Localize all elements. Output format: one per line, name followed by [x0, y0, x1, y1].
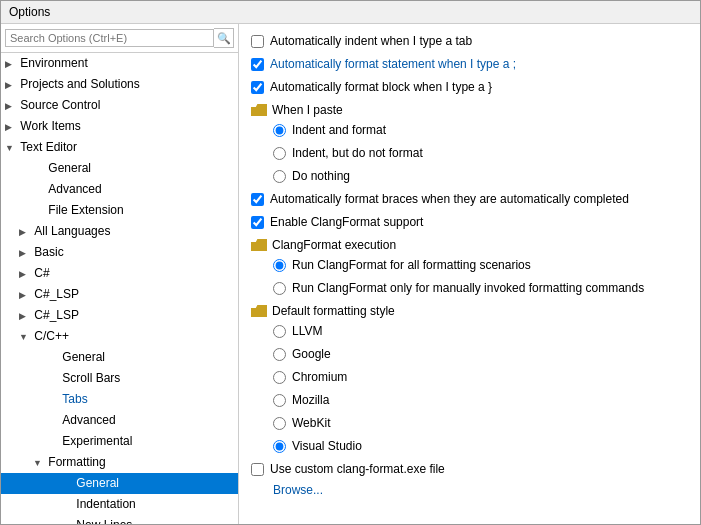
title-bar: Options [1, 1, 700, 24]
option-auto-indent-tab: Automatically indent when I type a tab [251, 32, 688, 51]
style-llvm-label[interactable]: LLVM [292, 322, 322, 341]
left-panel: 🔍 ▶ Environment ▶ Projects and Solutions… [1, 24, 239, 524]
option-do-nothing: Do nothing [273, 167, 688, 186]
tree-item-scroll-bars[interactable]: ▶ Scroll Bars [1, 368, 238, 389]
auto-format-statement-checkbox[interactable] [251, 58, 264, 71]
tree-item-csharp-lsp1[interactable]: ▶ C#_LSP [1, 284, 238, 305]
default-style-radio-group: LLVM Google Chromium Mozilla WebKit [273, 322, 688, 456]
window-title: Options [9, 5, 50, 19]
tree: ▶ Environment ▶ Projects and Solutions ▶… [1, 53, 238, 524]
option-indent-no-format: Indent, but do not format [273, 144, 688, 163]
style-llvm-radio[interactable] [273, 325, 286, 338]
option-auto-format-block: Automatically format block when I type a… [251, 78, 688, 97]
style-google-label[interactable]: Google [292, 345, 331, 364]
main-content: 🔍 ▶ Environment ▶ Projects and Solutions… [1, 24, 700, 524]
run-clang-all-label[interactable]: Run ClangFormat for all formatting scena… [292, 256, 531, 275]
do-nothing-radio[interactable] [273, 170, 286, 183]
tree-item-environment[interactable]: ▶ Environment [1, 53, 238, 74]
tree-item-fmt-general[interactable]: ▶ General [1, 473, 238, 494]
browse-link[interactable]: Browse... [273, 483, 688, 497]
option-style-chromium: Chromium [273, 368, 688, 387]
search-input[interactable] [5, 29, 214, 47]
option-auto-format-statement: Automatically format statement when I ty… [251, 55, 688, 74]
indent-format-label[interactable]: Indent and format [292, 121, 386, 140]
style-visual-studio-label[interactable]: Visual Studio [292, 437, 362, 456]
option-run-clang-manual: Run ClangFormat only for manually invoke… [273, 279, 688, 298]
enable-clang-label[interactable]: Enable ClangFormat support [270, 213, 423, 232]
tree-item-new-lines[interactable]: ▶ New Lines [1, 515, 238, 524]
option-use-custom-clang: Use custom clang-format.exe file [251, 460, 688, 479]
option-style-llvm: LLVM [273, 322, 688, 341]
tree-item-csharp[interactable]: ▶ C# [1, 263, 238, 284]
do-nothing-label[interactable]: Do nothing [292, 167, 350, 186]
style-mozilla-radio[interactable] [273, 394, 286, 407]
tree-item-source-control[interactable]: ▶ Source Control [1, 95, 238, 116]
style-mozilla-label[interactable]: Mozilla [292, 391, 329, 410]
option-indent-format: Indent and format [273, 121, 688, 140]
style-chromium-radio[interactable] [273, 371, 286, 384]
when-paste-radio-group: Indent and format Indent, but do not for… [273, 121, 688, 186]
indent-format-radio[interactable] [273, 124, 286, 137]
tree-item-cpp-general[interactable]: ▶ General [1, 347, 238, 368]
tree-item-text-editor[interactable]: ▼ Text Editor [1, 137, 238, 158]
auto-format-braces-checkbox[interactable] [251, 193, 264, 206]
indent-no-format-label[interactable]: Indent, but do not format [292, 144, 423, 163]
option-style-visual-studio: Visual Studio [273, 437, 688, 456]
auto-indent-tab-label[interactable]: Automatically indent when I type a tab [270, 32, 472, 51]
run-clang-all-radio[interactable] [273, 259, 286, 272]
clang-execution-label: ClangFormat execution [272, 238, 396, 252]
option-style-google: Google [273, 345, 688, 364]
option-run-clang-all: Run ClangFormat for all formatting scena… [273, 256, 688, 275]
tree-item-cpp[interactable]: ▼ C/C++ [1, 326, 238, 347]
tree-item-te-general[interactable]: ▶ General [1, 158, 238, 179]
tree-item-indentation[interactable]: ▶ Indentation [1, 494, 238, 515]
option-style-webkit: WebKit [273, 414, 688, 433]
right-panel: Automatically indent when I type a tab A… [239, 24, 700, 524]
run-clang-manual-radio[interactable] [273, 282, 286, 295]
option-auto-format-braces: Automatically format braces when they ar… [251, 190, 688, 209]
auto-indent-tab-checkbox[interactable] [251, 35, 264, 48]
default-style-folder-icon [251, 305, 267, 317]
auto-format-block-checkbox[interactable] [251, 81, 264, 94]
tree-item-work-items[interactable]: ▶ Work Items [1, 116, 238, 137]
tree-item-all-languages[interactable]: ▶ All Languages [1, 221, 238, 242]
search-box: 🔍 [1, 24, 238, 53]
when-paste-label: When I paste [272, 103, 343, 117]
tree-item-cpp-advanced[interactable]: ▶ Advanced [1, 410, 238, 431]
default-style-label: Default formatting style [272, 304, 395, 318]
tree-item-csharp-lsp2[interactable]: ▶ C#_LSP [1, 305, 238, 326]
style-chromium-label[interactable]: Chromium [292, 368, 347, 387]
run-clang-manual-label[interactable]: Run ClangFormat only for manually invoke… [292, 279, 644, 298]
when-paste-folder-icon [251, 104, 267, 116]
tree-item-te-advanced[interactable]: ▶ Advanced [1, 179, 238, 200]
style-google-radio[interactable] [273, 348, 286, 361]
tree-item-projects-solutions[interactable]: ▶ Projects and Solutions [1, 74, 238, 95]
use-custom-clang-label[interactable]: Use custom clang-format.exe file [270, 460, 445, 479]
use-custom-clang-checkbox[interactable] [251, 463, 264, 476]
tree-item-basic[interactable]: ▶ Basic [1, 242, 238, 263]
clang-execution-section: ClangFormat execution [251, 238, 688, 252]
style-visual-studio-radio[interactable] [273, 440, 286, 453]
enable-clang-checkbox[interactable] [251, 216, 264, 229]
clang-execution-folder-icon [251, 239, 267, 251]
auto-format-block-label[interactable]: Automatically format block when I type a… [270, 78, 492, 97]
auto-format-statement-label[interactable]: Automatically format statement when I ty… [270, 55, 516, 74]
tree-item-experimental[interactable]: ▶ Experimental [1, 431, 238, 452]
option-enable-clang: Enable ClangFormat support [251, 213, 688, 232]
tree-item-tabs[interactable]: ▶ Tabs [1, 389, 238, 410]
auto-format-braces-label[interactable]: Automatically format braces when they ar… [270, 190, 629, 209]
search-icon-button[interactable]: 🔍 [214, 28, 234, 48]
indent-no-format-radio[interactable] [273, 147, 286, 160]
when-paste-section: When I paste [251, 103, 688, 117]
tree-item-formatting[interactable]: ▼ Formatting [1, 452, 238, 473]
options-window: Options 🔍 ▶ Environment ▶ Projects and S… [0, 0, 701, 525]
option-style-mozilla: Mozilla [273, 391, 688, 410]
style-webkit-radio[interactable] [273, 417, 286, 430]
clang-execution-radio-group: Run ClangFormat for all formatting scena… [273, 256, 688, 298]
default-style-section: Default formatting style [251, 304, 688, 318]
tree-item-file-extension[interactable]: ▶ File Extension [1, 200, 238, 221]
style-webkit-label[interactable]: WebKit [292, 414, 330, 433]
